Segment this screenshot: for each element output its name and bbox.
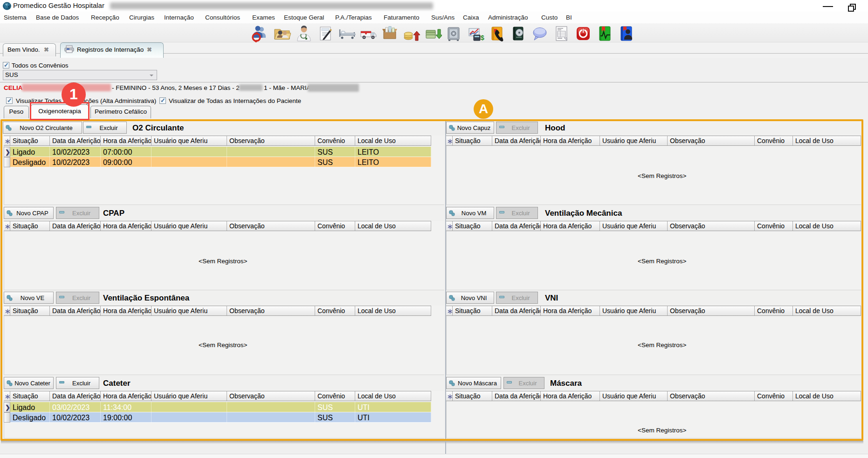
svg-text:$: $ — [481, 34, 484, 41]
